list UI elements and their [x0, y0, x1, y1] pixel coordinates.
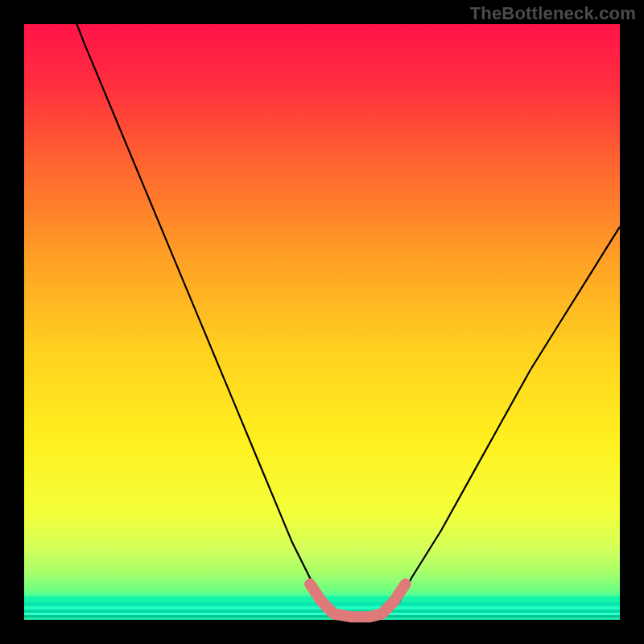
green-band: [24, 613, 620, 615]
chart-frame: TheBottleneck.com: [0, 0, 644, 644]
green-band: [24, 617, 620, 620]
plot-area: [24, 0, 620, 620]
watermark-text: TheBottleneck.com: [470, 3, 636, 24]
green-band: [24, 615, 620, 617]
green-band: [24, 609, 620, 613]
bottleneck-chart: [0, 0, 644, 644]
